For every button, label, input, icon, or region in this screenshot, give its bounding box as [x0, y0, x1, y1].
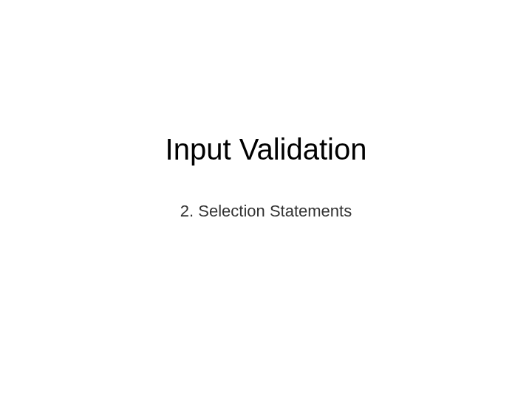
slide-subtitle: 2. Selection Statements — [180, 202, 352, 221]
slide-title: Input Validation — [166, 133, 367, 166]
